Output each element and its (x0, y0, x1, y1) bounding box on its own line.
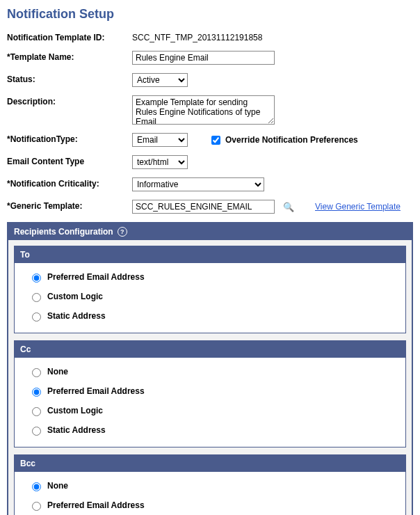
generic-template-input[interactable] (132, 200, 275, 214)
bcc-header: Bcc (15, 455, 405, 472)
to-custom-label: Custom Logic (47, 292, 103, 301)
notification-criticality-select[interactable]: Informative (132, 177, 264, 191)
page-title: Notification Setup (7, 7, 413, 22)
cc-static-label: Static Address (47, 425, 106, 435)
to-preferred-radio[interactable] (32, 274, 41, 283)
cc-static-radio[interactable] (32, 427, 41, 436)
cc-header: Cc (15, 341, 405, 358)
to-custom-radio[interactable] (32, 293, 41, 302)
template-id-value: SCC_NTF_TMP_20131112191858 (132, 31, 262, 42)
template-name-input[interactable] (132, 51, 275, 65)
cc-none-label: None (47, 367, 68, 377)
help-icon[interactable]: ? (118, 227, 127, 237)
to-header: To (15, 246, 405, 263)
recipients-configuration-title: Recipients Configuration (14, 227, 113, 237)
bcc-preferred-radio[interactable] (32, 502, 41, 511)
override-preferences-checkbox[interactable] (211, 136, 220, 145)
cc-preferred-label: Preferred Email Address (47, 386, 145, 396)
bcc-none-label: None (47, 481, 68, 491)
description-label: Description: (7, 95, 132, 106)
cc-custom-label: Custom Logic (47, 406, 103, 415)
cc-panel: Cc None Preferred Email Address Custom L… (14, 340, 406, 447)
lookup-icon[interactable]: 🔍 (283, 202, 294, 212)
status-select[interactable]: Active (132, 73, 188, 87)
override-preferences-label: Override Notification Preferences (225, 135, 358, 145)
cc-custom-radio[interactable] (32, 407, 41, 416)
bcc-preferred-label: Preferred Email Address (47, 500, 145, 510)
to-preferred-label: Preferred Email Address (47, 272, 145, 282)
bcc-none-radio[interactable] (32, 482, 41, 491)
generic-template-label: *Generic Template: (7, 200, 132, 211)
description-textarea[interactable]: Example Template for sending Rules Engin… (132, 95, 275, 125)
recipients-configuration-panel: Recipients Configuration ? To Preferred … (7, 222, 413, 515)
view-generic-template-link[interactable]: View Generic Template (315, 202, 401, 212)
template-name-label: *Template Name: (7, 51, 132, 62)
email-content-type-select[interactable]: text/html (132, 155, 188, 169)
to-static-label: Static Address (47, 311, 106, 321)
status-label: Status: (7, 73, 132, 84)
notification-type-label: *NotificationType: (7, 133, 132, 144)
notification-criticality-label: *Notification Criticality: (7, 177, 132, 189)
to-panel: To Preferred Email Address Custom Logic … (14, 246, 406, 333)
bcc-panel: Bcc None Preferred Email Address Custom … (14, 454, 406, 515)
cc-none-radio[interactable] (32, 368, 41, 377)
email-content-type-label: Email Content Type (7, 155, 132, 166)
to-static-radio[interactable] (32, 312, 41, 322)
template-id-label: Notification Template ID: (7, 31, 132, 42)
notification-type-select[interactable]: Email (132, 133, 188, 147)
cc-preferred-radio[interactable] (32, 388, 41, 397)
